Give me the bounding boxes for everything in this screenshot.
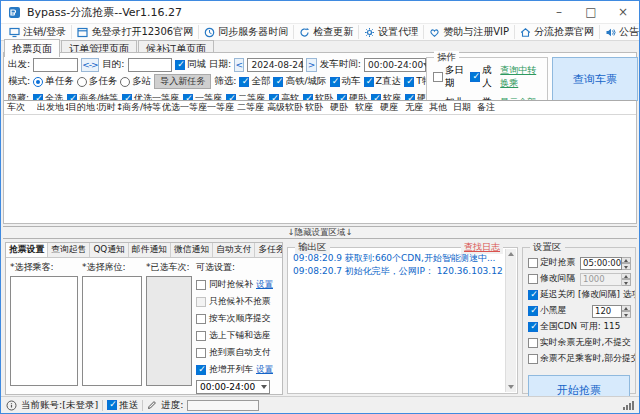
- interval-spinner[interactable]: 1000: [580, 273, 631, 286]
- col-hard-seat[interactable]: 硬座: [380, 101, 405, 114]
- tab-wechat-notify[interactable]: 微信通知: [171, 243, 213, 257]
- waitlist-settings-link[interactable]: 设置: [256, 279, 273, 291]
- cdn-checkbox[interactable]: 全国CDN: [528, 321, 577, 333]
- option-berth-seat-choice[interactable]: 选上下铺和选座: [196, 327, 279, 344]
- option-waitlist-too[interactable]: 同时抢候补设置: [196, 276, 279, 293]
- date-input[interactable]: 2024-08-24: [247, 58, 303, 72]
- option-auto-pay[interactable]: 抢到票自动支付: [196, 344, 279, 361]
- seat-list[interactable]: [82, 276, 142, 386]
- col-train-no[interactable]: 车次: [4, 101, 37, 114]
- col-no-seat[interactable]: 无座: [405, 101, 429, 114]
- option-extra-trains[interactable]: 抢增开列车设置: [196, 361, 279, 378]
- depart-time-select[interactable]: 00:00-24:00: [364, 58, 426, 72]
- swap-stations-button[interactable]: <->: [81, 58, 100, 72]
- passenger-column: *选择乘客:: [10, 261, 78, 394]
- proxy-settings-button[interactable]: 设置代理: [358, 25, 423, 39]
- col-first[interactable]: 一等座: [207, 101, 237, 114]
- tab-qq-notify[interactable]: QQ通知: [90, 243, 128, 257]
- interval-checkbox[interactable]: 修改间隔: [528, 273, 575, 285]
- col-business[interactable]: 商务/特等: [122, 101, 162, 114]
- filter-t-train[interactable]: T特快: [404, 75, 426, 88]
- output-scrollbar[interactable]: [505, 249, 516, 392]
- vip-donate-button[interactable]: 赞助与注册VIP: [423, 25, 514, 39]
- prev-date-button[interactable]: <: [234, 58, 244, 72]
- depart-input[interactable]: [33, 58, 77, 72]
- tab-ticket-page[interactable]: 抢票页面: [4, 39, 60, 57]
- spin-down-icon: [622, 311, 631, 318]
- filter-highspeed[interactable]: 高铁/城际: [273, 75, 326, 88]
- col-soft-seat[interactable]: 软座: [355, 101, 380, 114]
- settings-tab-strip: 抢票设置 查询起售 QQ通知 邮件通知 微信通知 自动支付 多任务操作区: [6, 243, 282, 258]
- sync-time-button[interactable]: 同步服务器时间: [198, 25, 293, 39]
- radio-multi-task[interactable]: 多任务: [77, 75, 118, 88]
- depart-label: 出发:: [8, 58, 30, 71]
- tab-auto-pay[interactable]: 自动支付: [213, 243, 255, 257]
- col-dest[interactable]: 目的地↕: [68, 101, 98, 114]
- train-table: 车次 出发地↕ 目的地↕ 历时↕ 商务/特等 优选一等座 一等座 二等座 高级软…: [4, 100, 636, 223]
- col-depart[interactable]: 出发地↕: [37, 101, 68, 114]
- radio-multi-station[interactable]: 多站: [120, 75, 151, 88]
- close-button[interactable]: ×: [607, 1, 639, 23]
- col-remark[interactable]: 备注: [477, 101, 636, 114]
- col-second[interactable]: 二等座: [237, 101, 267, 114]
- open-12306-button[interactable]: 免登录打开12306官网: [71, 25, 198, 39]
- selected-train-list[interactable]: [146, 276, 192, 386]
- passenger-list[interactable]: [10, 276, 78, 386]
- find-log-link[interactable]: 查找日志: [461, 241, 503, 254]
- interval-row: 修改间隔 1000: [528, 271, 635, 287]
- no-seat-checkbox[interactable]: 实时余票无座时,不提交: [528, 337, 631, 349]
- current-account: 当前账号:[未登录]: [21, 399, 98, 412]
- no-seat-row: 实时余票无座时,不提交: [528, 335, 635, 351]
- maximize-button[interactable]: □: [575, 1, 607, 23]
- col-soft-sleeper[interactable]: 软卧: [305, 101, 330, 114]
- filter-all[interactable]: 全部: [239, 75, 270, 88]
- col-other[interactable]: 其他: [429, 101, 453, 114]
- multi-date-checkbox[interactable]: 多日期: [433, 64, 464, 90]
- blackroom-checkbox[interactable]: 小黑屋: [528, 305, 566, 317]
- import-task-button[interactable]: 导入新任务: [154, 74, 211, 89]
- check-update-button[interactable]: 检查更新: [293, 25, 358, 39]
- query-panel: 出发: <-> 目的: 同城 日期: < 2024-08-24 > 发车时间: …: [3, 52, 637, 224]
- tab-sale-start-query[interactable]: 查询起售: [48, 243, 90, 257]
- blackroom-spinner[interactable]: 120: [592, 305, 631, 318]
- filter-z-train[interactable]: Z直达: [364, 75, 402, 88]
- timed-grab-spinner[interactable]: 05:00:00: [580, 257, 631, 270]
- partial-submit-checkbox[interactable]: 余票不足乘客时,部分提交: [528, 353, 635, 365]
- option-waitlist-only[interactable]: 只抢候补不抢票: [196, 293, 279, 310]
- col-hard-sleeper[interactable]: 硬卧: [330, 101, 355, 114]
- next-date-button[interactable]: >: [306, 58, 316, 72]
- col-deluxe-soft[interactable]: 高级软卧: [267, 101, 305, 114]
- timed-grab-checkbox[interactable]: 定时抢票: [528, 257, 575, 269]
- option-submit-in-order[interactable]: 按车次顺序提交: [196, 310, 279, 327]
- chevron-down-icon: [258, 381, 269, 393]
- option-time-range-select[interactable]: 00:00-24:00: [196, 380, 270, 394]
- query-tickets-button[interactable]: 查询车票: [552, 57, 638, 101]
- col-preferred-first[interactable]: 优选一等座: [162, 101, 207, 114]
- tab-mail-notify[interactable]: 邮件通知: [129, 243, 171, 257]
- radio-single-task[interactable]: 单任务: [33, 75, 74, 88]
- hide-settings-splitter[interactable]: ↓隐藏设置区域↓: [3, 226, 637, 239]
- seats-label: *选择席位:: [82, 261, 142, 274]
- progress-label: 进度:: [161, 399, 183, 412]
- filter-d-train[interactable]: 动车: [330, 75, 361, 88]
- tab-ticket-settings[interactable]: 抢票设置: [6, 243, 48, 257]
- transfer-query-link[interactable]: 查询中转换乘: [500, 64, 542, 90]
- col-date[interactable]: 日期: [453, 101, 477, 114]
- same-city-checkbox[interactable]: 同城: [175, 58, 206, 71]
- delay-close-checkbox[interactable]: 延迟关闭 [修改间隔] 选项: [528, 289, 635, 301]
- tab-multitask-area[interactable]: 多任务操作区: [255, 243, 282, 257]
- official-site-button[interactable]: 分流抢票官网: [514, 25, 599, 39]
- refresh-icon: [299, 27, 310, 38]
- passengers-label: *选择乘客:: [10, 261, 78, 274]
- minimize-button[interactable]: –: [543, 1, 575, 23]
- push-toggle[interactable]: 推送: [107, 399, 138, 412]
- adult-checkbox[interactable]: 成人: [470, 64, 494, 90]
- browser-icon: [77, 27, 88, 38]
- logout-login-button[interactable]: 注销/登录: [4, 25, 71, 39]
- partial-submit-row: 余票不足乘客时,部分提交: [528, 351, 635, 367]
- extra-trains-settings-link[interactable]: 设置: [256, 364, 273, 376]
- dest-input[interactable]: [128, 58, 172, 72]
- window-title: Bypass-分流抢票--Ver1.16.27: [27, 5, 543, 20]
- col-duration[interactable]: 历时↕: [98, 101, 122, 114]
- home-icon: [520, 27, 531, 38]
